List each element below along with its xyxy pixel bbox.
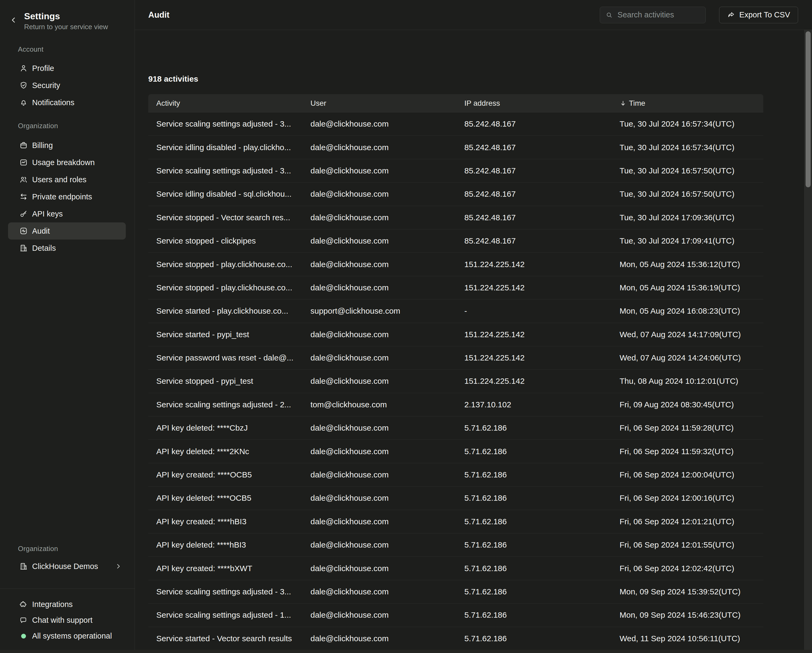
sidebar-item-label: Integrations: [32, 600, 73, 609]
sidebar-item-label: Security: [32, 81, 60, 90]
settings-sidebar: Settings Return to your service view Acc…: [0, 0, 135, 653]
table-row: Service stopped - Vector search res... d…: [148, 206, 763, 229]
cell-ip: 85.242.48.167: [456, 236, 612, 246]
cell-activity: Service scaling settings adjusted - 3...: [148, 119, 302, 128]
audit-content: 918 activities Activity User IP address …: [135, 30, 812, 653]
sidebar-item-notifications[interactable]: Notifications: [0, 94, 134, 111]
sidebar-item-label: Details: [32, 244, 56, 253]
table-row: Service stopped - play.clickhouse.co... …: [148, 276, 763, 299]
cell-time: Fri, 09 Aug 2024 08:30:45(UTC): [612, 400, 763, 409]
cell-user: dale@clickhouse.com: [302, 610, 456, 619]
column-header-activity[interactable]: Activity: [148, 99, 302, 108]
column-header-time[interactable]: Time: [612, 99, 763, 108]
section-label-account: Account: [18, 45, 43, 53]
table-row: API key deleted: ****OCB5 dale@clickhous…: [148, 487, 763, 510]
status-ok-dot: [21, 634, 26, 639]
sidebar-item-details[interactable]: Details: [0, 240, 134, 257]
section-label-organization: Organization: [18, 122, 58, 130]
export-csv-button[interactable]: Export To CSV: [719, 7, 798, 23]
table-row: API key created: ****hBI3 dale@clickhous…: [148, 510, 763, 533]
cell-user: support@clickhouse.com: [302, 307, 456, 316]
swap-arrows-icon: [19, 192, 28, 201]
shield-check-icon: [19, 81, 28, 90]
cell-ip: 5.71.62.186: [456, 517, 612, 526]
user-icon: [19, 64, 28, 73]
users-icon: [19, 175, 28, 184]
system-status-link[interactable]: All systems operational: [0, 628, 134, 644]
cell-user: dale@clickhouse.com: [302, 143, 456, 152]
cell-user: dale@clickhouse.com: [302, 213, 456, 222]
cell-activity: Service started - Vector search results: [148, 634, 302, 643]
organization-nav: Billing Usage breakdown Users and roles …: [0, 137, 134, 257]
table-row: API key deleted: ****CbzJ dale@clickhous…: [148, 417, 763, 440]
sidebar-item-audit[interactable]: Audit: [8, 223, 126, 240]
cell-user: dale@clickhouse.com: [302, 470, 456, 479]
cell-user: dale@clickhouse.com: [302, 517, 456, 526]
bell-icon: [19, 98, 28, 107]
return-link[interactable]: Return to your service view: [24, 23, 108, 31]
sidebar-item-label: Chat with support: [32, 616, 93, 625]
sidebar-item-label: API keys: [32, 209, 63, 218]
cell-activity: Service idling disabled - sql.clickhou..…: [148, 189, 302, 198]
key-icon: [19, 209, 28, 218]
cell-time: Fri, 06 Sep 2024 12:01:21(UTC): [612, 517, 763, 526]
cell-activity: API key created: ****hBI3: [148, 517, 302, 526]
table-row: API key created: ****OCB5 dale@clickhous…: [148, 463, 763, 487]
building-icon: [19, 562, 28, 571]
sidebar-item-users-and-roles[interactable]: Users and roles: [0, 171, 134, 188]
cell-time: Fri, 06 Sep 2024 12:01:55(UTC): [612, 540, 763, 549]
cell-user: dale@clickhouse.com: [302, 283, 456, 292]
search-input[interactable]: [617, 10, 700, 20]
column-header-user[interactable]: User: [302, 99, 456, 108]
audit-table: Activity User IP address Time Service sc: [148, 94, 763, 653]
sidebar-item-label: Private endpoints: [32, 192, 92, 201]
cell-user: dale@clickhouse.com: [302, 423, 456, 432]
cell-ip: 5.71.62.186: [456, 610, 612, 619]
chart-icon: [19, 158, 28, 167]
table-row: API key created: ****bXWT dale@clickhous…: [148, 557, 763, 580]
vertical-scrollbar-track[interactable]: [804, 30, 812, 653]
column-header-time-label: Time: [629, 99, 645, 108]
cell-user: dale@clickhouse.com: [302, 447, 456, 456]
account-nav: Profile Security Notifications: [0, 60, 134, 111]
cell-ip: 85.242.48.167: [456, 189, 612, 198]
cell-activity: Service stopped - play.clickhouse.co...: [148, 260, 302, 269]
activity-icon: [19, 227, 28, 235]
cell-ip: 151.224.225.142: [456, 283, 612, 292]
sidebar-item-label: Audit: [32, 227, 50, 235]
cell-time: Wed, 07 Aug 2024 14:17:09(UTC): [612, 330, 763, 339]
cell-time: Tue, 30 Jul 2024 16:57:34(UTC): [612, 119, 763, 128]
sidebar-item-label: Profile: [32, 64, 54, 73]
app-window: Settings Return to your service view Acc…: [0, 0, 812, 653]
column-header-ip[interactable]: IP address: [456, 99, 612, 108]
cell-user: dale@clickhouse.com: [302, 166, 456, 175]
table-row: Service stopped - pypi_test dale@clickho…: [148, 369, 763, 393]
main-panel: Audit Export To CSV 918 activities Activ…: [135, 0, 812, 653]
cell-user: dale@clickhouse.com: [302, 260, 456, 269]
cell-ip: 5.71.62.186: [456, 470, 612, 479]
cell-time: Mon, 09 Sep 2024 15:39:52(UTC): [612, 587, 763, 596]
sidebar-footer-links: Integrations Chat with support All syste…: [0, 597, 134, 644]
table-row: API key deleted: ****2KNc dale@clickhous…: [148, 440, 763, 463]
sidebar-item-billing[interactable]: Billing: [0, 137, 134, 154]
sidebar-item-api-keys[interactable]: API keys: [0, 205, 134, 223]
cell-activity: Service scaling settings adjusted - 2...: [148, 400, 302, 409]
sidebar-item-profile[interactable]: Profile: [0, 60, 134, 77]
vertical-scrollbar-thumb[interactable]: [806, 31, 810, 187]
sidebar-item-chat-support[interactable]: Chat with support: [0, 612, 134, 628]
sidebar-item-private-endpoints[interactable]: Private endpoints: [0, 188, 134, 205]
search-icon: [605, 11, 613, 19]
cell-user: dale@clickhouse.com: [302, 236, 456, 246]
cell-time: Thu, 08 Aug 2024 10:12:01(UTC): [612, 377, 763, 386]
org-switcher[interactable]: ClickHouse Demos: [0, 558, 134, 575]
sidebar-item-label: Notifications: [32, 98, 75, 107]
cell-ip: 151.224.225.142: [456, 353, 612, 362]
cell-time: Fri, 06 Sep 2024 12:00:04(UTC): [612, 470, 763, 479]
sidebar-item-usage-breakdown[interactable]: Usage breakdown: [0, 154, 134, 171]
search-box: [600, 7, 706, 23]
audit-table-body: Service scaling settings adjusted - 3...…: [148, 112, 763, 653]
sidebar-item-integrations[interactable]: Integrations: [0, 597, 134, 612]
back-chevron-icon[interactable]: [10, 16, 18, 24]
sidebar-item-security[interactable]: Security: [0, 77, 134, 94]
cell-activity: API key created: ****bXWT: [148, 564, 302, 573]
